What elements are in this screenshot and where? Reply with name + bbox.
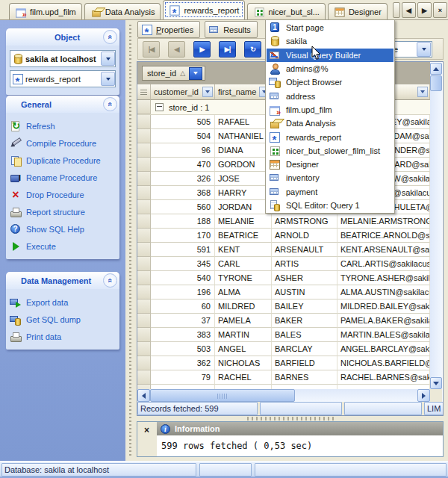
cell-first-name[interactable]: PAMELA (215, 314, 272, 328)
sidebar-item-compile-procedure[interactable]: Compile Procedure (10, 134, 116, 152)
last-record-button[interactable]: ▶| (219, 41, 236, 58)
sidebar-item-rename-procedure[interactable]: Rename Procedure (10, 169, 116, 186)
cell-last-name[interactable]: BALES (272, 328, 337, 342)
table-row[interactable]: 591KENTARSENAULTKENT.ARSENAULT@sakilacus… (137, 243, 430, 257)
cell-first-name[interactable]: MELANIE (215, 214, 272, 229)
horizontal-scroll-thumb[interactable] (150, 389, 295, 402)
cell-first-name[interactable]: JORDAN (215, 200, 272, 214)
row-selector[interactable] (137, 200, 151, 214)
table-row[interactable]: 188MELANIEARMSTRONGMELANIE.ARMSTRONG@sak… (137, 214, 430, 229)
window-tab-designer[interactable]: Designer (328, 3, 388, 19)
cell-first-name[interactable]: MARTIN (215, 328, 272, 342)
cell-email[interactable]: ANGEL.BARCLAY@sakilacustomer.org (337, 342, 430, 356)
cell-email[interactable]: RACHEL.BARNES@sakilacustomer.org (337, 370, 430, 385)
cell-customer-id[interactable]: 540 (151, 271, 215, 285)
sidebar-item-export-data[interactable]: Export data (10, 294, 116, 311)
table-row[interactable]: 540TYRONEASHERTYRONE.ASHER@sakilacustome… (137, 271, 430, 285)
tab-close-button[interactable]: × (433, 2, 447, 18)
table-row[interactable]: 196ALMAAUSTINALMA.AUSTIN@sakilacustomer.… (137, 285, 430, 299)
menu-item-object-browser[interactable]: Object Browser (267, 75, 393, 89)
sidebar-item-get-sql-dump[interactable]: Get SQL dump (10, 311, 116, 328)
cell-last-name[interactable]: BAKER (272, 314, 337, 328)
cell-customer-id[interactable]: 504 (151, 129, 215, 143)
horizontal-scrollbar[interactable] (137, 389, 430, 402)
row-selector[interactable] (137, 243, 151, 257)
close-information-button[interactable]: × (141, 424, 152, 435)
cell-first-name[interactable]: RACHEL (215, 370, 272, 385)
cell-last-name[interactable]: AUSTIN (272, 285, 337, 299)
cell-customer-id[interactable]: 470 (151, 158, 215, 172)
row-indicator-header[interactable] (137, 84, 151, 100)
row-selector[interactable] (137, 299, 151, 314)
cell-first-name[interactable]: CARL (215, 257, 272, 271)
row-selector[interactable] (137, 158, 151, 172)
row-selector[interactable] (137, 285, 151, 299)
menu-item-film-upd-film[interactable]: film.upd_film (267, 103, 393, 117)
scroll-right-button[interactable] (417, 389, 430, 402)
cell-customer-id[interactable]: 503 (151, 342, 215, 356)
table-row[interactable]: 37PAMELABAKERPAMELA.BAKER@sakilacustomer… (137, 314, 430, 328)
sidebar-splitter[interactable] (125, 20, 135, 461)
cell-last-name[interactable]: BARCLAY (272, 342, 337, 356)
sidebar-item-print-data[interactable]: Print data (10, 328, 116, 345)
vertical-scrollbar[interactable] (430, 63, 442, 389)
menu-item-sql-editor-query-1[interactable]: SQL Editor: Query 1 (267, 199, 393, 212)
table-row[interactable]: 383MARTINBALESMARTIN.BALES@sakilacustome… (137, 328, 430, 342)
cell-first-name[interactable]: NATHANIEL (215, 129, 272, 143)
window-tab-film-upd-film[interactable]: film.upd_film (9, 3, 82, 19)
cell-customer-id[interactable]: 383 (151, 328, 215, 342)
scroll-left-button[interactable] (137, 389, 150, 402)
row-selector[interactable] (137, 100, 151, 114)
sidebar-item-report-structure[interactable]: Report structure (10, 203, 116, 220)
cell-first-name[interactable]: MILDRED (215, 299, 272, 314)
cell-email[interactable]: MILDRED.BAILEY@sakilacustomer.org (337, 299, 430, 314)
cell-customer-id[interactable]: 60 (151, 299, 215, 314)
vertical-scroll-thumb[interactable] (430, 75, 442, 91)
cell-first-name[interactable]: BEATRICE (215, 229, 272, 243)
cell-customer-id[interactable]: 96 (151, 143, 215, 158)
cell-first-name[interactable]: TYRONE (215, 271, 272, 285)
cell-first-name[interactable]: JOSE (215, 172, 272, 186)
scroll-down-button[interactable] (430, 377, 442, 389)
menu-item-start-page[interactable]: Start page (267, 21, 393, 34)
sidebar-item-refresh[interactable]: Refresh (10, 117, 116, 134)
database-combo[interactable]: sakila at localhost (10, 50, 116, 67)
menu-item-data-analysis[interactable]: Data Analysis (267, 117, 393, 130)
cell-first-name[interactable]: NICHOLAS (215, 356, 272, 370)
menu-item-address[interactable]: address (267, 89, 393, 102)
collapse-chevron-icon[interactable]: « (103, 30, 117, 44)
row-selector[interactable] (137, 115, 151, 129)
menu-item-rewards-report[interactable]: rewards_report (267, 130, 393, 143)
cell-email[interactable]: MARTIN.BALES@sakilacustomer.org (337, 328, 430, 342)
row-selector[interactable] (137, 229, 151, 243)
cell-email[interactable]: ALMA.AUSTIN@sakilacustomer.org (337, 285, 430, 299)
menu-item-admins[interactable]: admins@% (267, 62, 393, 75)
collapse-chevron-icon[interactable]: « (103, 273, 117, 288)
window-tab-rewards-report[interactable]: rewards_report (163, 0, 245, 19)
cell-customer-id[interactable]: 79 (151, 370, 215, 385)
tab-scroll-right-button[interactable]: ▶ (417, 2, 432, 18)
first-record-button[interactable]: |◀ (143, 41, 160, 58)
cell-customer-id[interactable]: 188 (151, 214, 215, 229)
cell-email[interactable]: BEATRICE.ARNOLD@sakilacustomer.org (337, 229, 430, 243)
cell-last-name[interactable]: ARMSTRONG (272, 214, 337, 229)
cell-customer-id[interactable]: 591 (151, 243, 215, 257)
group-field-chip[interactable]: store_id △ (142, 66, 205, 81)
dropdown-arrow-button[interactable] (101, 72, 115, 86)
row-selector[interactable] (137, 129, 151, 143)
menu-item-nicer-but-slower-film-list[interactable]: nicer_but_slower_film_list (267, 144, 393, 158)
cell-customer-id[interactable]: 560 (151, 200, 215, 214)
row-selector[interactable] (137, 342, 151, 356)
table-row[interactable]: 60MILDREDBAILEYMILDRED.BAILEY@sakilacust… (137, 299, 430, 314)
row-selector[interactable] (137, 172, 151, 186)
cell-first-name[interactable]: ANGEL (215, 342, 272, 356)
dropdown-arrow-button[interactable] (417, 42, 431, 57)
window-tab-nicer-but-sl[interactable]: nicer_but_sl... (247, 3, 325, 19)
cell-email[interactable]: MELANIE.ARMSTRONG@sakilacustomer.org (337, 214, 430, 229)
object-combo[interactable]: rewards_report (10, 70, 116, 87)
tab-properties[interactable]: Properties (137, 21, 200, 38)
row-selector[interactable] (137, 370, 151, 385)
cell-first-name[interactable]: ALMA (215, 285, 272, 299)
cell-email[interactable]: KENT.ARSENAULT@sakilacustomer.org (337, 243, 430, 257)
cell-email[interactable]: PAMELA.BAKER@sakilacustomer.org (337, 314, 430, 328)
